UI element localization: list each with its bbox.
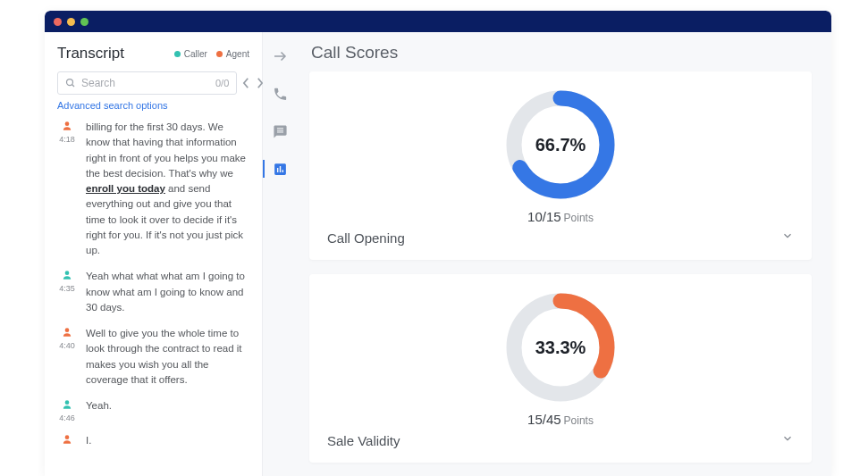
search-count: 0/0	[215, 78, 229, 88]
transcript-title: Transcript	[57, 45, 124, 63]
message-text: billing for the first 30 days. We know t…	[86, 120, 249, 258]
message-text: I.	[86, 433, 91, 448]
card-label: Call Opening	[327, 230, 405, 246]
transcript-message: I.	[57, 428, 249, 454]
message-text: Yeah.	[86, 398, 112, 422]
chevron-down-icon[interactable]	[781, 230, 794, 246]
search-box[interactable]: 0/0	[57, 71, 237, 95]
points-word: Points	[564, 212, 594, 224]
message-meta	[57, 433, 77, 448]
transcript-message: 4:40Well to give you the whole time to l…	[57, 321, 249, 393]
legend-caller: Caller	[174, 49, 207, 59]
window-controls	[54, 18, 88, 26]
search-prev-button[interactable]	[242, 71, 250, 95]
back-icon[interactable]	[268, 45, 291, 68]
maximize-dot[interactable]	[80, 18, 88, 26]
card-footer[interactable]: Sale Validity	[327, 432, 794, 448]
svg-point-4	[65, 328, 70, 332]
minimize-dot[interactable]	[67, 18, 75, 26]
page-title: Call Scores	[311, 43, 812, 63]
donut-chart: 66.7%	[501, 86, 619, 204]
window-titlebar	[45, 11, 831, 32]
legend-agent-label: Agent	[226, 49, 249, 59]
donut-percent: 66.7%	[501, 86, 619, 204]
legend-caller-label: Caller	[184, 49, 207, 59]
app-window: Transcript Caller Agent 0/0	[45, 11, 831, 476]
card-footer[interactable]: Call Opening	[327, 230, 794, 246]
points-row: 15/45Points	[527, 412, 594, 427]
chart-icon[interactable]	[268, 157, 291, 180]
advanced-search-link[interactable]: Advanced search options	[57, 100, 249, 111]
message-meta: 4:18	[57, 120, 77, 258]
donut-chart: 33.3%	[501, 288, 619, 406]
transcript-panel: Transcript Caller Agent 0/0	[45, 32, 263, 476]
donut-percent: 33.3%	[501, 288, 619, 406]
caller-dot-icon	[174, 51, 181, 57]
svg-line-1	[72, 85, 75, 88]
score-card: 33.3%15/45PointsSale Validity	[309, 274, 812, 463]
agent-dot-icon	[216, 51, 223, 57]
person-icon	[61, 398, 73, 411]
comment-icon[interactable]	[268, 120, 291, 143]
transcript-message: 4:46Yeah.	[57, 393, 249, 428]
phone-icon[interactable]	[268, 82, 291, 105]
svg-point-2	[65, 121, 70, 126]
person-icon	[61, 120, 73, 132]
message-time: 4:40	[59, 341, 75, 350]
donut-wrap: 33.3%15/45Points	[327, 288, 794, 427]
message-time: 4:35	[59, 284, 75, 293]
message-meta: 4:46	[57, 398, 77, 422]
points-word: Points	[564, 414, 594, 427]
message-time: 4:18	[59, 135, 75, 144]
donut-wrap: 66.7%10/15Points	[327, 86, 794, 224]
person-icon	[61, 326, 73, 338]
message-time: 4:46	[59, 413, 75, 422]
search-row: 0/0	[57, 71, 249, 95]
score-card: 66.7%10/15PointsCall Opening	[309, 71, 812, 260]
points-value: 10/15	[527, 209, 561, 224]
main-panel: Call Scores 66.7%10/15PointsCall Opening…	[297, 32, 831, 476]
transcript-message: 4:35Yeah what what what am I going to kn…	[57, 263, 249, 321]
transcript-header: Transcript Caller Agent	[57, 45, 249, 63]
svg-point-5	[65, 400, 70, 405]
person-icon	[61, 433, 73, 446]
svg-point-3	[65, 271, 70, 276]
search-icon	[65, 78, 76, 88]
search-input[interactable]	[81, 77, 215, 89]
action-strip	[263, 32, 297, 476]
legend-agent: Agent	[216, 49, 249, 59]
close-dot[interactable]	[54, 18, 62, 26]
person-icon	[61, 269, 73, 281]
message-text: Well to give you the whole time to look …	[86, 326, 249, 388]
transcript-message: 4:18billing for the first 30 days. We kn…	[57, 114, 249, 263]
body-row: Transcript Caller Agent 0/0	[45, 32, 831, 476]
points-row: 10/15Points	[527, 209, 594, 224]
svg-point-6	[65, 435, 70, 439]
card-label: Sale Validity	[327, 433, 400, 448]
points-value: 15/45	[527, 412, 561, 427]
message-text: Yeah what what what am I going to know w…	[86, 269, 249, 315]
legend: Caller Agent	[174, 49, 249, 59]
cards-container: 66.7%10/15PointsCall Opening33.3%15/45Po…	[309, 71, 812, 476]
chevron-down-icon[interactable]	[781, 432, 794, 448]
message-meta: 4:40	[57, 326, 77, 388]
svg-point-0	[67, 79, 73, 86]
transcript-list[interactable]: 4:18billing for the first 30 days. We kn…	[57, 114, 249, 476]
message-meta: 4:35	[57, 269, 77, 315]
